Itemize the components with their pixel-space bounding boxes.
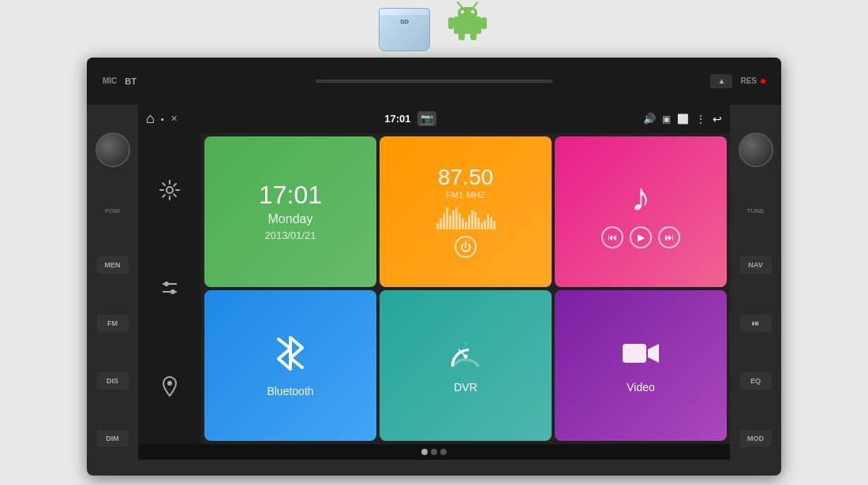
dvr-gauge	[446, 337, 485, 376]
page-dot-1[interactable]	[421, 449, 428, 455]
svg-rect-9	[470, 32, 477, 40]
page-dot-2[interactable]	[431, 449, 437, 455]
svg-point-15	[167, 381, 172, 386]
bluetooth-tile[interactable]: Bluetooth	[204, 290, 376, 441]
svg-rect-21	[623, 344, 646, 363]
android-icon	[446, 1, 489, 43]
video-camera-icon	[621, 338, 660, 376]
svg-line-4	[458, 2, 462, 7]
play-button[interactable]: ▶	[630, 226, 652, 248]
status-left: ⌂ ▪ ✕	[146, 110, 178, 127]
left-sidebar	[138, 133, 201, 444]
tune-knob[interactable]	[739, 132, 773, 167]
status-center: 17:01 📷	[384, 111, 436, 126]
unit-top-bar: MIC BT ▲ RES	[87, 58, 781, 105]
equalizer-icon[interactable]	[155, 274, 184, 302]
svg-rect-7	[481, 17, 487, 29]
video-label: Video	[627, 381, 655, 394]
music-note-icon: ♪	[631, 174, 651, 220]
clock-date: 2013/01/21	[264, 229, 316, 241]
radio-waveform	[436, 206, 496, 229]
res-indicator: RES	[740, 76, 765, 85]
screen-icon: ▣	[662, 114, 671, 125]
svg-point-17	[464, 355, 468, 359]
svg-point-3	[471, 10, 474, 13]
clock-time: 17:01	[259, 182, 322, 207]
radio-unit: MHZ	[466, 190, 485, 200]
left-side-buttons: POW MEN FM DIS DIM	[87, 105, 138, 476]
cd-slot	[316, 80, 552, 83]
page-dot-3[interactable]	[440, 449, 447, 455]
svg-point-10	[166, 187, 173, 193]
svg-point-2	[461, 10, 464, 13]
back-icon[interactable]: ↩	[713, 113, 722, 125]
music-controls: ⏮ ▶ ⏭	[601, 226, 680, 248]
dvr-label: DVR	[454, 381, 477, 394]
video-tile[interactable]: Video	[555, 290, 727, 441]
radio-tile[interactable]: 87.50 FM1 MHZ	[380, 136, 552, 287]
right-side-buttons: TUNE NAV ⏭ EQ MOD	[730, 105, 781, 476]
camera-button[interactable]: 📷	[417, 111, 436, 126]
more-icon: ⋮	[695, 113, 706, 125]
clock-day: Monday	[268, 212, 313, 226]
menu-icon: ▪	[161, 114, 164, 124]
bluetooth-icon	[275, 334, 306, 380]
music-tile[interactable]: ♪ ⏮ ▶ ⏭	[555, 136, 727, 287]
radio-power-button[interactable]: ⏻	[455, 236, 477, 258]
dvr-tile[interactable]: DVR	[380, 290, 552, 441]
dim-button[interactable]: DIM	[97, 430, 129, 447]
res-label: RES	[740, 76, 757, 85]
svg-rect-8	[458, 32, 465, 40]
location-icon[interactable]	[155, 372, 184, 401]
eject-button[interactable]: ▲	[710, 74, 732, 88]
window-icon: ⬜	[677, 114, 689, 125]
svg-rect-6	[448, 17, 454, 29]
res-dot	[761, 79, 765, 84]
bluetooth-label: Bluetooth	[267, 385, 313, 397]
home-icon[interactable]: ⌂	[146, 110, 155, 127]
eq-button[interactable]: EQ	[740, 372, 772, 390]
svg-line-5	[473, 2, 477, 7]
pow-knob[interactable]	[95, 132, 130, 167]
signal-blocked-icon: ✕	[170, 114, 178, 124]
dis-button[interactable]: DIS	[97, 372, 129, 390]
svg-point-14	[170, 289, 175, 294]
bottom-bar	[138, 444, 730, 460]
pow-label: POW	[105, 207, 120, 215]
bt-label: BT	[125, 76, 137, 86]
status-time: 17:01	[384, 113, 410, 125]
next-button[interactable]: ⏭	[740, 315, 772, 332]
volume-icon: 🔊	[643, 113, 656, 125]
mic-label: MIC	[103, 76, 117, 85]
status-bar: ⌂ ▪ ✕ 17:01 📷 🔊 ▣ ⬜ ⋮ ↩	[138, 105, 730, 133]
main-content: 17:01 Monday 2013/01/21 87.50 FM1 MHZ	[138, 133, 730, 444]
status-right: 🔊 ▣ ⬜ ⋮ ↩	[643, 113, 722, 125]
radio-band: FM1	[446, 190, 463, 200]
settings-icon[interactable]	[155, 176, 184, 204]
ff-button[interactable]: ⏭	[658, 226, 680, 248]
tune-label: TUNE	[747, 207, 765, 215]
svg-point-12	[164, 282, 169, 286]
svg-rect-1	[458, 7, 477, 20]
clock-tile[interactable]: 17:01 Monday 2013/01/21	[204, 136, 376, 287]
fm-button[interactable]: FM	[97, 315, 129, 332]
screen: ⌂ ▪ ✕ 17:01 📷 🔊 ▣ ⬜ ⋮ ↩	[138, 105, 730, 460]
men-button[interactable]: MEN	[97, 256, 129, 274]
mod-button[interactable]: MOD	[740, 430, 772, 447]
car-unit: MIC BT ▲ RES POW MEN FM DIS DIM TUNE NAV…	[87, 58, 781, 476]
nav-button[interactable]: NAV	[740, 256, 772, 274]
page-dots	[421, 449, 447, 455]
app-grid: 17:01 Monday 2013/01/21 87.50 FM1 MHZ	[201, 133, 730, 444]
sd-card: SD	[379, 8, 430, 51]
prev-button[interactable]: ⏮	[601, 226, 623, 248]
radio-frequency: 87.50	[438, 165, 493, 190]
